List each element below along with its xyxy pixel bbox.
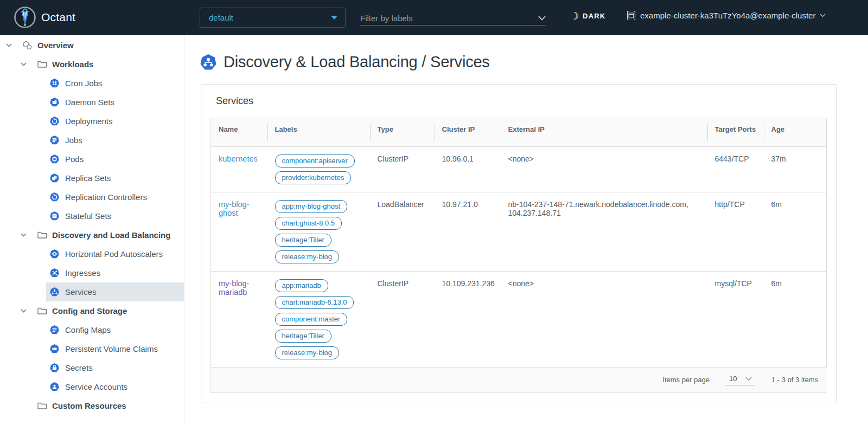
page-size-select[interactable]: 10 bbox=[725, 374, 755, 385]
folder-icon bbox=[37, 401, 47, 411]
sidebar-item-label: Cron Jobs bbox=[65, 79, 102, 88]
sidebar-item-jobs[interactable]: Jobs bbox=[46, 131, 184, 150]
sidebar-item-replication-controllers[interactable]: Replication Controllers bbox=[46, 188, 184, 207]
external-ip: nb-104-237-148-71.newark.nodebalancer.li… bbox=[501, 192, 707, 272]
daemon-sets-icon bbox=[50, 98, 59, 107]
table-pagination-footer: Items per page 10 1 - 3 of 3 items bbox=[210, 368, 826, 393]
caret-placeholder bbox=[20, 403, 27, 409]
sidebar-item-deployments[interactable]: Deployments bbox=[46, 112, 184, 131]
service-type: ClusterIP bbox=[370, 272, 435, 368]
sidebar-item-config-maps[interactable]: Config Maps bbox=[46, 320, 184, 339]
pods-icon bbox=[50, 154, 59, 164]
table-header-row: Name Labels Type Cluster IP External IP … bbox=[211, 118, 827, 147]
sidebar-item-horizontal-pod-autoscalers[interactable]: Horizontal Pod Autoscalers bbox=[46, 244, 184, 263]
replica-sets-icon bbox=[50, 173, 59, 183]
pvc-icon bbox=[50, 344, 59, 353]
sidebar-item-overview[interactable]: Overview bbox=[0, 36, 184, 55]
sidebar-item-secrets[interactable]: Secrets bbox=[46, 358, 184, 377]
sidebar-item-custom-resources[interactable]: Custom Resources bbox=[0, 396, 184, 415]
label-pill[interactable]: heritage:Tiller bbox=[275, 330, 331, 343]
sidebar-item-discovery-and-load-balancing[interactable]: Discovery and Load Balancing bbox=[0, 226, 184, 244]
sidebar-navigation: Overview Workloads Cron Jobs Daemon S bbox=[0, 35, 184, 425]
chevron-down-icon[interactable] bbox=[5, 42, 12, 49]
service-link[interactable]: my-blog-ghost bbox=[219, 200, 249, 217]
objects-icon bbox=[22, 40, 33, 50]
page-size-value: 10 bbox=[729, 375, 737, 383]
octant-logo-icon bbox=[14, 7, 36, 28]
services-table: Name Labels Type Cluster IP External IP … bbox=[210, 118, 827, 368]
items-per-page-label: Items per page bbox=[662, 376, 710, 384]
label-pill[interactable]: release:my-blog bbox=[275, 346, 340, 359]
sidebar-item-config-and-storage[interactable]: Config and Storage bbox=[0, 301, 184, 320]
moon-icon: ☾ bbox=[570, 11, 579, 21]
label-pill[interactable]: release:my-blog bbox=[275, 250, 340, 263]
sidebar-item-label: Persistent Volume Claims bbox=[65, 344, 158, 353]
sidebar-item-label: Jobs bbox=[65, 136, 82, 145]
sidebar-item-replica-sets[interactable]: Replica Sets bbox=[46, 169, 184, 188]
external-ip: <none> bbox=[501, 272, 707, 368]
label-pill[interactable]: component:master bbox=[275, 313, 348, 326]
sidebar-item-label: Discovery and Load Balancing bbox=[52, 230, 170, 240]
column-header-target-ports: Target Ports bbox=[707, 118, 764, 147]
replication-controllers-icon bbox=[50, 192, 59, 202]
label-pill[interactable]: app:mariadb bbox=[275, 279, 328, 292]
page-header: Discovery & Load Balancing / Services bbox=[200, 53, 868, 71]
sidebar-item-cron-jobs[interactable]: Cron Jobs bbox=[46, 74, 184, 93]
label-pill[interactable]: chart:mariadb-6.13.0 bbox=[275, 296, 354, 309]
config-maps-icon bbox=[50, 325, 59, 334]
service-type: ClusterIP bbox=[370, 147, 435, 192]
namespace-value: default bbox=[209, 13, 331, 22]
table-row: kubernetes component:apiserver provider:… bbox=[211, 147, 827, 192]
chevron-down-icon[interactable] bbox=[20, 232, 27, 239]
label-pill[interactable]: provider:kubernetes bbox=[275, 171, 352, 184]
column-header-external-ip: External IP bbox=[501, 118, 707, 147]
dark-theme-label: DARK bbox=[583, 12, 605, 20]
label-filter-input[interactable]: Filter by labels bbox=[360, 11, 546, 25]
sidebar-item-services[interactable]: Services bbox=[46, 282, 184, 301]
column-header-name: Name bbox=[211, 118, 267, 147]
sidebar-item-pods[interactable]: Pods bbox=[46, 150, 184, 169]
cluster-context-switcher[interactable]: example-cluster-ka3TuTzYo4a@example-clus… bbox=[627, 11, 826, 20]
sidebar-item-label: Daemon Sets bbox=[65, 98, 114, 107]
sidebar-item-stateful-sets[interactable]: Stateful Sets bbox=[46, 207, 184, 226]
page-title: Discovery & Load Balancing / Services bbox=[224, 53, 490, 71]
ingresses-icon bbox=[50, 268, 59, 278]
cluster-context-icon bbox=[627, 11, 636, 20]
sidebar-item-label: Replica Sets bbox=[65, 173, 111, 183]
services-icon bbox=[50, 287, 59, 297]
label-pill[interactable]: heritage:Tiller bbox=[275, 234, 331, 247]
service-link[interactable]: kubernetes bbox=[219, 154, 258, 163]
sidebar-item-service-accounts[interactable]: Service Accounts bbox=[46, 377, 184, 396]
service-accounts-icon bbox=[50, 382, 59, 391]
sidebar-item-workloads[interactable]: Workloads bbox=[0, 55, 184, 74]
chevron-down-icon bbox=[538, 16, 546, 21]
cluster-ip: 10.109.231.236 bbox=[435, 272, 501, 368]
target-ports: http/TCP bbox=[707, 192, 764, 272]
label-pill[interactable]: chart:ghost-8.0.5 bbox=[275, 217, 342, 230]
sidebar-item-label: Ingresses bbox=[65, 268, 100, 278]
sidebar-item-label: Secrets bbox=[65, 363, 93, 372]
sidebar-item-label: Horizontal Pod Autoscalers bbox=[65, 249, 163, 259]
dark-theme-toggle[interactable]: ☾ DARK bbox=[570, 11, 605, 21]
sidebar-item-label: Config and Storage bbox=[52, 306, 127, 315]
sidebar-item-label: Service Accounts bbox=[65, 382, 127, 391]
main-content: Discovery & Load Balancing / Services Se… bbox=[184, 35, 868, 425]
sidebar-item-label: Stateful Sets bbox=[65, 211, 111, 221]
services-card: Services Name Labels Type Cluster IP Ext… bbox=[201, 84, 837, 403]
service-link[interactable]: my-blog-mariadb bbox=[219, 279, 249, 297]
chevron-down-icon[interactable] bbox=[20, 61, 27, 68]
namespace-select[interactable]: default bbox=[200, 8, 346, 28]
sidebar-item-daemon-sets[interactable]: Daemon Sets bbox=[46, 93, 184, 112]
column-header-labels: Labels bbox=[267, 118, 370, 147]
service-type: LoadBalancer bbox=[370, 192, 435, 272]
sidebar-item-persistent-volume-claims[interactable]: Persistent Volume Claims bbox=[46, 339, 184, 358]
sidebar-item-label: Services bbox=[65, 287, 97, 297]
label-pill[interactable]: component:apiserver bbox=[275, 154, 355, 168]
label-pill[interactable]: app:my-blog-ghost bbox=[275, 200, 348, 213]
folder-icon bbox=[37, 230, 47, 240]
sidebar-item-label: Overview bbox=[37, 41, 74, 50]
app-title: Octant bbox=[41, 11, 75, 24]
chevron-down-icon[interactable] bbox=[20, 308, 27, 314]
age: 6m bbox=[764, 272, 827, 368]
sidebar-item-ingresses[interactable]: Ingresses bbox=[46, 263, 184, 282]
